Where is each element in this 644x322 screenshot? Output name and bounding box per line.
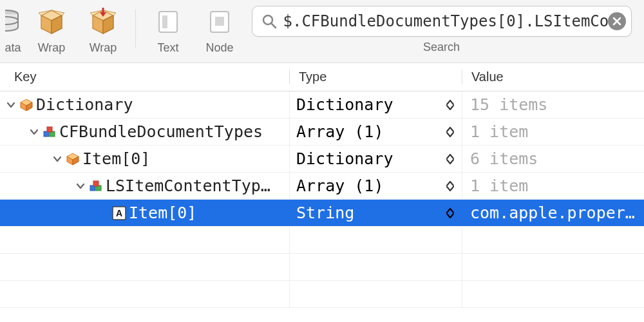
empty-row bbox=[0, 281, 644, 308]
disclosure-icon[interactable] bbox=[28, 128, 40, 137]
svg-rect-16 bbox=[215, 17, 224, 26]
row-type-label: Array (1) bbox=[296, 176, 383, 195]
blocks-icon bbox=[86, 178, 106, 194]
blocks-icon bbox=[40, 124, 59, 140]
row-key-label: CFBundleDocumentTypes bbox=[59, 122, 263, 141]
box-orange-icon bbox=[17, 97, 36, 113]
type-stepper-icon[interactable] bbox=[446, 208, 454, 218]
search-wrap: Search bbox=[245, 4, 644, 54]
svg-text:A: A bbox=[116, 208, 122, 218]
toolbar-label: Text bbox=[157, 41, 178, 55]
toolbar-item-data[interactable]: ata bbox=[0, 4, 26, 62]
box-orange-icon bbox=[63, 151, 82, 167]
toolbar-item-wrap-into[interactable]: Wrap bbox=[77, 4, 129, 62]
row-key-label: Dictionary bbox=[36, 95, 133, 114]
row-value-label: 15 items bbox=[462, 95, 644, 114]
row-type-label: String bbox=[296, 204, 354, 222]
row-type-label: Dictionary bbox=[296, 95, 393, 114]
type-stepper-icon[interactable] bbox=[446, 181, 454, 191]
tree-rows: DictionaryDictionary15 itemsCFBundleDocu… bbox=[0, 91, 644, 308]
text-page-icon bbox=[153, 6, 184, 37]
search-input[interactable] bbox=[283, 12, 608, 30]
row-key-label: LSItemContentTyp… bbox=[106, 176, 270, 195]
box-open-icon bbox=[36, 6, 67, 37]
toolbar-divider bbox=[135, 9, 136, 48]
clear-search-icon[interactable] bbox=[608, 12, 626, 30]
toolbar: ata Wrap bbox=[0, 0, 644, 63]
type-stepper-icon[interactable] bbox=[446, 100, 454, 110]
header-key[interactable]: Key bbox=[0, 70, 290, 84]
toolbar-label: Node bbox=[205, 41, 233, 55]
database-icon bbox=[5, 6, 21, 37]
toolbar-item-node[interactable]: Node bbox=[194, 4, 245, 62]
toolbar-label: Wrap bbox=[90, 41, 117, 55]
disclosure-icon[interactable] bbox=[5, 100, 17, 109]
svg-rect-32 bbox=[93, 181, 99, 186]
row-type-label: Array (1) bbox=[296, 122, 383, 141]
column-headers: Key Type Value bbox=[0, 63, 644, 91]
search-icon bbox=[261, 14, 277, 29]
svg-line-18 bbox=[271, 23, 276, 28]
box-open-arrow-icon bbox=[88, 6, 118, 37]
row-value-label: 1 item bbox=[462, 176, 644, 195]
table-row[interactable]: DictionaryDictionary15 items bbox=[0, 91, 644, 118]
empty-row bbox=[0, 254, 644, 281]
header-type[interactable]: Type bbox=[290, 70, 462, 84]
row-key-label: Item[0] bbox=[129, 204, 196, 222]
node-page-icon bbox=[204, 6, 235, 37]
svg-rect-13 bbox=[159, 12, 177, 32]
search-label: Search bbox=[423, 41, 460, 54]
empty-row bbox=[0, 227, 644, 254]
disclosure-icon[interactable] bbox=[52, 155, 63, 164]
svg-rect-26 bbox=[47, 127, 52, 132]
search-box[interactable] bbox=[252, 6, 632, 37]
toolbar-label: Wrap bbox=[38, 41, 66, 55]
toolbar-middle-group: Text Node bbox=[142, 4, 245, 62]
row-value-label: com.apple.proper… bbox=[462, 204, 644, 222]
table-row[interactable]: LSItemContentTyp…Array (1)1 item bbox=[0, 173, 644, 200]
table-row[interactable]: AItem[0]Stringcom.apple.proper… bbox=[0, 200, 644, 227]
toolbar-label: ata bbox=[5, 41, 21, 55]
toolbar-item-text[interactable]: Text bbox=[142, 4, 194, 62]
string-icon: A bbox=[109, 206, 129, 220]
row-value-label: 1 item bbox=[462, 122, 644, 141]
toolbar-left-group: ata Wrap bbox=[0, 4, 129, 62]
header-value[interactable]: Value bbox=[462, 70, 644, 84]
row-value-label: 6 items bbox=[462, 149, 644, 168]
type-stepper-icon[interactable] bbox=[446, 154, 454, 164]
row-key-label: Item[0] bbox=[82, 149, 150, 168]
row-type-label: Dictionary bbox=[296, 149, 393, 168]
table-row[interactable]: CFBundleDocumentTypesArray (1)1 item bbox=[0, 118, 644, 146]
disclosure-icon[interactable] bbox=[75, 182, 86, 191]
svg-rect-14 bbox=[162, 15, 167, 28]
type-stepper-icon[interactable] bbox=[446, 127, 454, 137]
table-row[interactable]: Item[0]Dictionary6 items bbox=[0, 146, 644, 173]
toolbar-item-wrap[interactable]: Wrap bbox=[26, 4, 77, 62]
